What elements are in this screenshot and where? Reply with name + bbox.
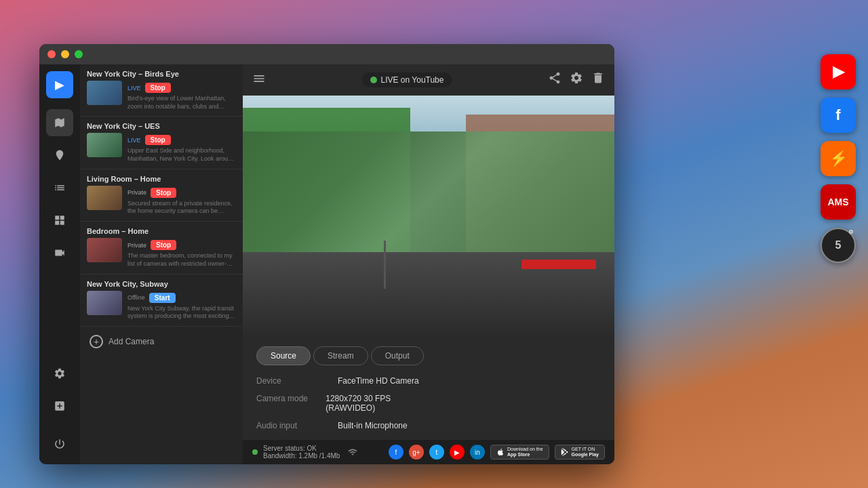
minimize-button[interactable] [61, 50, 69, 58]
camera-item-top-5: Offline Start New York City Subway, the … [87, 291, 236, 321]
camera-btn-2[interactable]: Stop [145, 135, 171, 145]
dock-lightning-icon[interactable]: ⚡ [821, 141, 856, 176]
camera-item-4[interactable]: Bedroom – Home Private Stop The master b… [80, 222, 243, 274]
live-dot [370, 77, 377, 83]
footer-twitter-icon[interactable]: t [429, 445, 444, 460]
camera-status-row-5: Offline Start [127, 293, 236, 303]
camera-info-1: LIVE Stop Bird's-eye view of Lower Manha… [127, 81, 236, 110]
source-info-grid: Device FaceTime HD Camera Camera mode 12… [256, 376, 601, 430]
app-body: ▶ [39, 64, 614, 464]
footer-youtube-icon[interactable]: ▶ [450, 445, 465, 460]
main-content: LIVE on YouTube [243, 64, 614, 464]
settings-button[interactable] [570, 71, 583, 88]
camera-info-5: Offline Start New York City Subway, the … [127, 291, 236, 321]
camera-item-1[interactable]: New York City – Birds Eye LIVE Stop Bird… [80, 64, 243, 117]
dock-facebook-icon[interactable]: f [821, 98, 856, 133]
camera-btn-4[interactable]: Stop [151, 240, 176, 250]
camera-mode-value: 868x488 30 FPS (RAWVIDEO) [326, 394, 422, 413]
camera-mode-label: Camera mode [256, 394, 312, 413]
menu-icon[interactable] [252, 72, 266, 88]
share-button[interactable] [548, 71, 561, 88]
tab-stream[interactable]: Stream [313, 346, 368, 365]
camera-info-3: Private Stop Secured stream of a private… [127, 186, 236, 216]
sidebar-item-video[interactable] [46, 239, 73, 266]
camera-status-row-2: LIVE Stop [127, 135, 236, 145]
camera-btn-3[interactable]: Stop [151, 188, 176, 198]
camera-desc-1: Bird's-eye view of Lower Manhattan, zoom… [127, 95, 236, 110]
sidebar-item-logo[interactable]: ▶ [46, 71, 73, 98]
bottom-panel: Source Stream Output Device FaceTime HD … [243, 337, 614, 440]
camera-item-top-1: LIVE Stop Bird's-eye view of Lower Manha… [87, 81, 236, 110]
camera-name-4: Bedroom – Home [87, 227, 236, 235]
bandwidth-icon [348, 447, 357, 457]
sidebar-item-location[interactable] [46, 142, 73, 169]
camera-item-2[interactable]: New York City – UES LIVE Stop Upper East… [80, 117, 243, 169]
delete-button[interactable] [591, 71, 605, 88]
video-preview [243, 96, 614, 337]
camera-item-3[interactable]: Living Room – Home Private Stop Secured … [80, 169, 243, 222]
device-value: FaceTime HD Camera [338, 376, 419, 386]
sidebar-item-settings[interactable] [46, 360, 73, 387]
maximize-button[interactable] [75, 50, 83, 58]
camera-thumb-3 [87, 186, 122, 210]
audio-input-value: Built-in Microphone [338, 421, 408, 430]
tab-output[interactable]: Output [371, 346, 424, 365]
live-indicator: LIVE on YouTube [362, 73, 452, 87]
camera-info-4: Private Stop The master bedroom, connect… [127, 238, 236, 268]
add-circle-icon: + [90, 335, 103, 348]
camera-status-3: Private [127, 189, 146, 196]
footer-google-icon[interactable]: g+ [409, 445, 424, 460]
add-camera-label: Add Camera [108, 337, 154, 346]
device-label: Device [256, 376, 324, 386]
audio-input-label: Audio input [256, 421, 324, 430]
server-status-dot [252, 449, 258, 455]
camera-info-2: LIVE Stop Upper East Side and neighborho… [127, 133, 236, 163]
tab-row: Source Stream Output [256, 346, 601, 365]
camera-desc-5: New York City Subway, the rapid transit … [127, 305, 236, 321]
status-right: f g+ t ▶ in Download on theApp Store GET… [389, 445, 605, 460]
camera-status-row-4: Private Stop [127, 240, 236, 250]
top-toolbar: LIVE on YouTube [243, 64, 614, 96]
camera-status-2: LIVE [127, 137, 141, 144]
dock-five-icon[interactable]: 5 [821, 228, 856, 263]
add-camera-button[interactable]: + Add Camera [80, 327, 243, 357]
camera-thumb-2 [87, 133, 122, 157]
sidebar: ▶ [39, 64, 80, 464]
camera-status-4: Private [127, 242, 146, 249]
camera-item-top-3: Private Stop Secured stream of a private… [87, 186, 236, 216]
audio-input-row: Audio input Built-in Microphone [256, 421, 422, 430]
footer-linkedin-icon[interactable]: in [470, 445, 485, 460]
camera-name-3: Living Room – Home [87, 175, 236, 183]
sidebar-item-map[interactable] [46, 109, 73, 136]
toolbar-actions [548, 71, 605, 88]
camera-name-2: New York City – UES [87, 122, 236, 130]
camera-desc-2: Upper East Side and neighborhood, Manhat… [127, 147, 236, 163]
app-store-badge[interactable]: Download on theApp Store [490, 445, 549, 460]
camera-list: New York City – Birds Eye LIVE Stop Bird… [80, 64, 243, 464]
sidebar-item-list[interactable] [46, 174, 73, 201]
camera-status-row-3: Private Stop [127, 188, 236, 198]
camera-btn-5[interactable]: Start [149, 293, 176, 303]
dock-youtube-icon[interactable]: ▶ [821, 54, 856, 89]
camera-item-top-4: Private Stop The master bedroom, connect… [87, 238, 236, 268]
camera-name-1: New York City – Birds Eye [87, 70, 236, 78]
camera-mode-row: Camera mode 868x488 30 FPS (RAWVIDEO) [256, 394, 422, 413]
sidebar-item-power[interactable] [46, 430, 73, 458]
google-play-badge[interactable]: GET IT ONGoogle Play [555, 445, 605, 460]
camera-item-5[interactable]: New York City, Subway Offline Start New … [80, 274, 243, 327]
app-window: ▶ [39, 44, 614, 464]
camera-thumb-5 [87, 291, 122, 315]
dock-ams-icon[interactable]: AMS [821, 184, 856, 220]
right-dock: ▶ f ⚡ AMS 5 [821, 54, 856, 263]
footer-facebook-icon[interactable]: f [389, 445, 403, 460]
sidebar-item-add[interactable] [46, 392, 73, 420]
camera-btn-1[interactable]: Stop [145, 83, 171, 93]
sidebar-item-grid[interactable] [46, 207, 73, 234]
camera-thumb-1 [87, 81, 122, 105]
server-status-text: Server status: OK Bandwidth: 1.2Mb /1.4M… [263, 445, 340, 460]
tab-source[interactable]: Source [256, 346, 311, 365]
camera-desc-4: The master bedroom, connected to my list… [127, 252, 236, 268]
street-scene [243, 96, 614, 337]
camera-status-5: Offline [127, 294, 145, 301]
close-button[interactable] [47, 50, 56, 58]
